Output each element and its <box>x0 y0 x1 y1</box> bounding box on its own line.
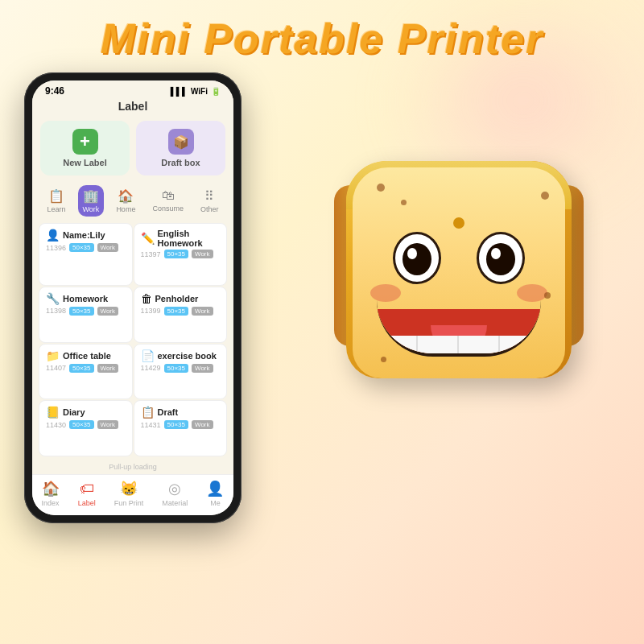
label-title-5: exercise book <box>158 351 217 361</box>
signal-icon: ▌▌▌ <box>171 87 188 96</box>
toast-face <box>353 167 565 378</box>
nav-material[interactable]: ◎ Material <box>162 480 188 507</box>
label-id-7: 11431 <box>141 421 161 429</box>
list-item[interactable]: 📋 Draft 11431 50×35 Work <box>134 400 228 456</box>
phone-frame: 9:46 ▌▌▌ WiFi 🔋 Label + New Label 📦 <box>24 72 242 523</box>
label-title-0: Name:Lily <box>63 230 105 240</box>
consume-icon: 🛍 <box>162 188 175 203</box>
label-cat-5: Work <box>192 364 213 373</box>
material-icon: ◎ <box>168 480 181 497</box>
toast-eye-right <box>477 232 525 284</box>
label-cat-1: Work <box>192 250 213 258</box>
new-label-card[interactable]: + New Label <box>40 121 130 175</box>
label-title-1: English Homework <box>158 229 221 248</box>
toast-cheek-right <box>517 284 547 302</box>
label-icon-0: 👤 <box>46 229 60 242</box>
other-label: Other <box>200 205 219 213</box>
label-size-7: 50×35 <box>164 420 188 429</box>
label-id-6: 11430 <box>46 421 66 429</box>
nav-material-label: Material <box>162 499 188 507</box>
label-icon-2: 🔧 <box>46 292 60 305</box>
label-meta-7: 11431 50×35 Work <box>141 420 221 429</box>
spot-1 <box>541 192 549 200</box>
list-item[interactable]: 🔧 Homework 11398 50×35 Work <box>39 287 133 343</box>
label-size-5: 50×35 <box>164 364 188 373</box>
draft-box-icon: 📦 <box>168 129 194 155</box>
label-cat-3: Work <box>192 307 213 316</box>
label-id-4: 11407 <box>46 364 66 372</box>
label-size-2: 50×35 <box>69 307 93 316</box>
new-label-icon: + <box>72 129 98 155</box>
tooth-2 <box>418 336 459 353</box>
home-label: Home <box>116 205 135 213</box>
nav-label-text: Label <box>78 499 96 507</box>
toast-eye-left <box>393 232 441 284</box>
tab-consume[interactable]: 🛍 Consume <box>147 185 188 217</box>
label-meta-2: 11398 50×35 Work <box>46 307 126 316</box>
label-title-7: Draft <box>158 407 179 417</box>
work-label: Work <box>83 205 100 213</box>
printer-character <box>346 161 604 419</box>
tab-learn[interactable]: 📋 Learn <box>43 185 71 217</box>
label-cat-7: Work <box>192 420 213 429</box>
tooth-3 <box>459 336 500 353</box>
fun-print-icon: 😸 <box>120 480 138 497</box>
toast-mouth-fill <box>377 309 541 353</box>
toast-mouth <box>377 300 541 357</box>
learn-label: Learn <box>47 205 66 213</box>
label-title-3: Penholder <box>155 294 199 303</box>
tab-home[interactable]: 🏠 Home <box>111 185 140 217</box>
label-size-0: 50×35 <box>69 243 93 252</box>
label-id-0: 11396 <box>46 244 66 252</box>
spot-2 <box>377 184 385 192</box>
tab-work[interactable]: 🏢 Work <box>78 185 105 217</box>
label-cat-2: Work <box>97 307 119 316</box>
label-icon-4: 📁 <box>46 349 60 362</box>
list-item[interactable]: 👤 Name:Lily 11396 50×35 Work <box>39 223 133 286</box>
list-item[interactable]: ✏️ English Homework 11397 50×35 Work <box>134 223 228 286</box>
toast-body <box>346 161 572 378</box>
label-meta-5: 11429 50×35 Work <box>141 364 221 373</box>
spot-3 <box>401 200 407 205</box>
consume-label: Consume <box>152 204 184 213</box>
label-item-header: 📁 Office table <box>46 349 126 362</box>
nav-me-label: Me <box>210 499 221 507</box>
phone-mockup: 9:46 ▌▌▌ WiFi 🔋 Label + New Label 📦 <box>24 72 242 523</box>
page-title: Mini Portable Printer <box>0 14 644 63</box>
toast-cheek-left <box>370 284 401 302</box>
draft-box-text: Draft box <box>161 158 200 167</box>
label-cat-0: Work <box>97 243 119 252</box>
nav-index[interactable]: 🏠 Index <box>42 480 60 507</box>
label-item-header: 🔧 Homework <box>46 292 126 305</box>
home-icon: 🏠 <box>118 188 134 204</box>
nav-fun-print[interactable]: 😸 Fun Print <box>114 480 144 507</box>
list-item[interactable]: 📒 Diary 11430 50×35 Work <box>39 400 133 456</box>
list-item[interactable]: 🗑 Penholder 11399 50×35 Work <box>134 287 228 343</box>
toast-pupil-right <box>486 243 515 275</box>
label-cat-4: Work <box>97 364 119 373</box>
toast-pupil-left <box>402 243 431 275</box>
label-id-5: 11429 <box>141 364 161 372</box>
label-icon-3: 🗑 <box>141 292 152 305</box>
label-item-header: 📒 Diary <box>46 406 126 419</box>
label-meta-6: 11430 50×35 Work <box>46 420 126 429</box>
app-header: Label <box>32 98 233 118</box>
tab-other[interactable]: ⠿ Other <box>196 185 224 217</box>
quick-actions: + New Label 📦 Draft box <box>32 118 233 182</box>
label-title-4: Office table <box>63 351 111 361</box>
list-item[interactable]: 📁 Office table 11407 50×35 Work <box>39 344 133 400</box>
wifi-icon: WiFi <box>191 87 208 96</box>
label-id-2: 11398 <box>46 307 66 315</box>
nav-me[interactable]: 👤 Me <box>206 480 224 507</box>
phone-screen: 9:46 ▌▌▌ WiFi 🔋 Label + New Label 📦 <box>32 80 233 515</box>
draft-box-card[interactable]: 📦 Draft box <box>136 121 225 175</box>
label-title-6: Diary <box>63 407 85 417</box>
label-size-3: 50×35 <box>164 307 188 316</box>
learn-icon: 📋 <box>48 188 64 204</box>
label-item-header: 📄 exercise book <box>141 349 221 362</box>
nav-label[interactable]: 🏷 Label <box>78 481 96 507</box>
new-label-text: New Label <box>63 158 106 167</box>
list-item[interactable]: 📄 exercise book 11429 50×35 Work <box>134 344 228 400</box>
tooth-4 <box>500 336 541 353</box>
app-header-title: Label <box>118 100 148 113</box>
